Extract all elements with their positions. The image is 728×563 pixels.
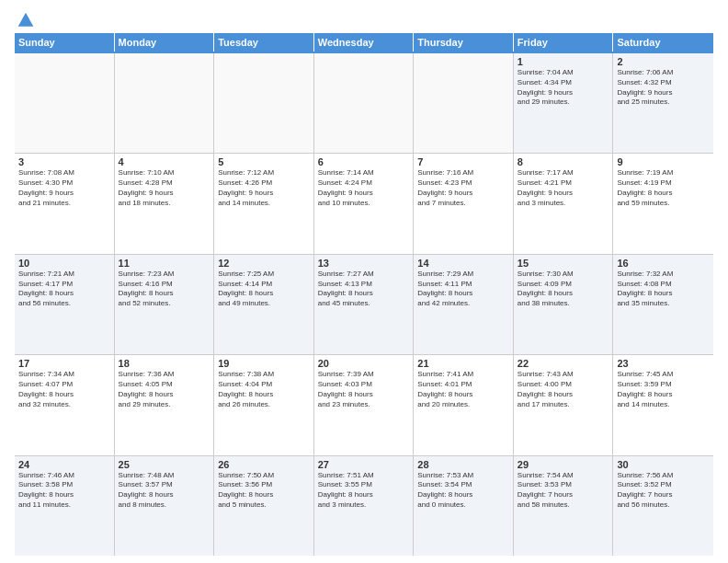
header-cell-monday: Monday: [115, 33, 215, 52]
calendar-day-26: 26Sunrise: 7:50 AM Sunset: 3:56 PM Dayli…: [214, 456, 314, 556]
cell-details: Sunrise: 7:32 AM Sunset: 4:08 PM Dayligh…: [617, 270, 710, 309]
calendar-day-2: 2Sunrise: 7:06 AM Sunset: 4:32 PM Daylig…: [613, 53, 713, 153]
calendar-day-29: 29Sunrise: 7:54 AM Sunset: 3:53 PM Dayli…: [514, 456, 614, 556]
calendar-body: 1Sunrise: 7:04 AM Sunset: 4:34 PM Daylig…: [15, 52, 713, 556]
day-number: 13: [318, 258, 410, 269]
cell-details: Sunrise: 7:53 AM Sunset: 3:54 PM Dayligh…: [417, 471, 509, 511]
header-cell-tuesday: Tuesday: [214, 33, 314, 52]
day-number: 14: [417, 258, 509, 269]
calendar-day-23: 23Sunrise: 7:45 AM Sunset: 3:59 PM Dayli…: [613, 355, 713, 454]
calendar-day-12: 12Sunrise: 7:25 AM Sunset: 4:14 PM Dayli…: [214, 255, 314, 354]
cell-details: Sunrise: 7:36 AM Sunset: 4:05 PM Dayligh…: [119, 370, 210, 409]
svg-marker-0: [18, 13, 34, 27]
day-number: 11: [119, 258, 210, 269]
cell-details: Sunrise: 7:10 AM Sunset: 4:28 PM Dayligh…: [119, 168, 210, 208]
calendar-day-3: 3Sunrise: 7:08 AM Sunset: 4:30 PM Daylig…: [15, 154, 115, 253]
calendar-day-8: 8Sunrise: 7:17 AM Sunset: 4:21 PM Daylig…: [514, 154, 614, 253]
calendar-day-11: 11Sunrise: 7:23 AM Sunset: 4:16 PM Dayli…: [115, 255, 215, 354]
calendar-row: 10Sunrise: 7:21 AM Sunset: 4:17 PM Dayli…: [15, 255, 713, 355]
cell-details: Sunrise: 7:08 AM Sunset: 4:30 PM Dayligh…: [18, 168, 110, 208]
day-number: 8: [518, 156, 609, 167]
day-number: 28: [417, 459, 509, 470]
day-number: 9: [617, 156, 710, 167]
calendar-row: 24Sunrise: 7:46 AM Sunset: 3:58 PM Dayli…: [15, 456, 713, 556]
calendar-day-7: 7Sunrise: 7:16 AM Sunset: 4:23 PM Daylig…: [414, 154, 514, 253]
day-number: 29: [518, 459, 609, 470]
cell-details: Sunrise: 7:14 AM Sunset: 4:24 PM Dayligh…: [318, 168, 410, 208]
cell-details: Sunrise: 7:50 AM Sunset: 3:56 PM Dayligh…: [218, 471, 310, 511]
day-number: 2: [617, 56, 710, 67]
calendar-day-16: 16Sunrise: 7:32 AM Sunset: 4:08 PM Dayli…: [613, 255, 713, 354]
cell-details: Sunrise: 7:54 AM Sunset: 3:53 PM Dayligh…: [518, 471, 609, 511]
calendar-day-24: 24Sunrise: 7:46 AM Sunset: 3:58 PM Dayli…: [15, 456, 115, 556]
calendar-day-1: 1Sunrise: 7:04 AM Sunset: 4:34 PM Daylig…: [514, 53, 614, 153]
day-number: 21: [417, 358, 509, 369]
day-number: 20: [318, 358, 410, 369]
logo: [15, 11, 35, 28]
cell-details: Sunrise: 7:39 AM Sunset: 4:03 PM Dayligh…: [318, 370, 410, 409]
day-number: 1: [518, 56, 609, 67]
cell-details: Sunrise: 7:23 AM Sunset: 4:16 PM Dayligh…: [119, 270, 210, 309]
calendar-empty-cell: [15, 53, 115, 153]
day-number: 5: [218, 156, 310, 167]
calendar-day-20: 20Sunrise: 7:39 AM Sunset: 4:03 PM Dayli…: [314, 355, 415, 454]
calendar: SundayMondayTuesdayWednesdayThursdayFrid…: [15, 33, 713, 556]
calendar-day-5: 5Sunrise: 7:12 AM Sunset: 4:26 PM Daylig…: [214, 154, 314, 253]
calendar-day-28: 28Sunrise: 7:53 AM Sunset: 3:54 PM Dayli…: [414, 456, 514, 556]
calendar-day-10: 10Sunrise: 7:21 AM Sunset: 4:17 PM Dayli…: [15, 255, 115, 354]
day-number: 22: [518, 358, 609, 369]
calendar-day-17: 17Sunrise: 7:34 AM Sunset: 4:07 PM Dayli…: [15, 355, 115, 454]
day-number: 19: [218, 358, 310, 369]
day-number: 10: [18, 258, 110, 269]
calendar-empty-cell: [414, 53, 514, 153]
cell-details: Sunrise: 7:41 AM Sunset: 4:01 PM Dayligh…: [417, 370, 509, 409]
cell-details: Sunrise: 7:19 AM Sunset: 4:19 PM Dayligh…: [617, 168, 710, 208]
header-cell-sunday: Sunday: [15, 33, 115, 52]
page: SundayMondayTuesdayWednesdayThursdayFrid…: [0, 0, 728, 563]
cell-details: Sunrise: 7:51 AM Sunset: 3:55 PM Dayligh…: [318, 471, 410, 511]
cell-details: Sunrise: 7:17 AM Sunset: 4:21 PM Dayligh…: [518, 168, 609, 208]
day-number: 15: [518, 258, 609, 269]
calendar-day-15: 15Sunrise: 7:30 AM Sunset: 4:09 PM Dayli…: [514, 255, 614, 354]
calendar-day-6: 6Sunrise: 7:14 AM Sunset: 4:24 PM Daylig…: [314, 154, 415, 253]
calendar-day-13: 13Sunrise: 7:27 AM Sunset: 4:13 PM Dayli…: [314, 255, 415, 354]
calendar-day-25: 25Sunrise: 7:48 AM Sunset: 3:57 PM Dayli…: [115, 456, 215, 556]
logo-icon: [17, 11, 35, 29]
calendar-empty-cell: [115, 53, 215, 153]
day-number: 3: [18, 156, 110, 167]
calendar-day-14: 14Sunrise: 7:29 AM Sunset: 4:11 PM Dayli…: [414, 255, 514, 354]
cell-details: Sunrise: 7:12 AM Sunset: 4:26 PM Dayligh…: [218, 168, 310, 208]
calendar-empty-cell: [214, 53, 314, 153]
header: [15, 11, 713, 28]
day-number: 30: [617, 459, 710, 470]
cell-details: Sunrise: 7:48 AM Sunset: 3:57 PM Dayligh…: [119, 471, 210, 511]
cell-details: Sunrise: 7:34 AM Sunset: 4:07 PM Dayligh…: [18, 370, 110, 409]
day-number: 27: [318, 459, 410, 470]
day-number: 4: [119, 156, 210, 167]
day-number: 24: [18, 459, 110, 470]
cell-details: Sunrise: 7:56 AM Sunset: 3:52 PM Dayligh…: [617, 471, 710, 511]
day-number: 26: [218, 459, 310, 470]
day-number: 12: [218, 258, 310, 269]
calendar-day-30: 30Sunrise: 7:56 AM Sunset: 3:52 PM Dayli…: [613, 456, 713, 556]
cell-details: Sunrise: 7:06 AM Sunset: 4:32 PM Dayligh…: [617, 68, 710, 108]
day-number: 18: [119, 358, 210, 369]
cell-details: Sunrise: 7:25 AM Sunset: 4:14 PM Dayligh…: [218, 270, 310, 309]
logo-text: [15, 11, 35, 29]
cell-details: Sunrise: 7:21 AM Sunset: 4:17 PM Dayligh…: [18, 270, 110, 309]
calendar-day-21: 21Sunrise: 7:41 AM Sunset: 4:01 PM Dayli…: [414, 355, 514, 454]
calendar-day-19: 19Sunrise: 7:38 AM Sunset: 4:04 PM Dayli…: [214, 355, 314, 454]
cell-details: Sunrise: 7:46 AM Sunset: 3:58 PM Dayligh…: [18, 471, 110, 511]
calendar-header: SundayMondayTuesdayWednesdayThursdayFrid…: [15, 33, 713, 52]
calendar-day-18: 18Sunrise: 7:36 AM Sunset: 4:05 PM Dayli…: [115, 355, 215, 454]
cell-details: Sunrise: 7:16 AM Sunset: 4:23 PM Dayligh…: [417, 168, 509, 208]
cell-details: Sunrise: 7:43 AM Sunset: 4:00 PM Dayligh…: [518, 370, 609, 409]
calendar-row: 17Sunrise: 7:34 AM Sunset: 4:07 PM Dayli…: [15, 355, 713, 455]
header-cell-saturday: Saturday: [613, 33, 713, 52]
cell-details: Sunrise: 7:29 AM Sunset: 4:11 PM Dayligh…: [417, 270, 509, 309]
cell-details: Sunrise: 7:38 AM Sunset: 4:04 PM Dayligh…: [218, 370, 310, 409]
header-cell-friday: Friday: [514, 33, 614, 52]
day-number: 7: [417, 156, 509, 167]
day-number: 16: [617, 258, 710, 269]
day-number: 6: [318, 156, 410, 167]
